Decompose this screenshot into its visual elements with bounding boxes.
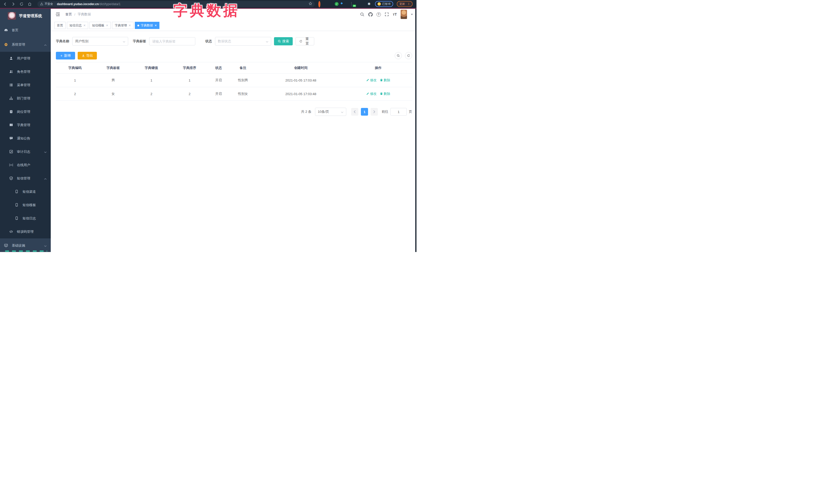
browser-forward-icon[interactable] xyxy=(11,2,15,6)
table-row[interactable]: 2女22开启性别女2021-01-05 17:03:48修改删除 xyxy=(56,87,412,101)
tab-字典管理[interactable]: 字典管理✕ xyxy=(112,22,133,29)
sidebar-item-角色管理[interactable]: 角色管理 xyxy=(0,65,51,78)
sidebar-item-审计日志[interactable]: 审计日志 xyxy=(0,145,51,159)
sidebar-item-短信渠道[interactable]: 短信渠道 xyxy=(0,185,51,198)
next-page-button[interactable] xyxy=(371,108,378,116)
tab-label: 首页 xyxy=(57,23,63,28)
sidebar-menu: 首页系统管理用户管理角色管理菜单管理部门管理岗位管理字典管理通知公告审计日志在线… xyxy=(0,23,51,252)
search-button[interactable]: 搜索 xyxy=(274,37,293,45)
breadcrumb: 首页 / 字典数据 xyxy=(65,12,91,17)
table-body: 1男11开启性别男2021-01-05 17:03:48修改删除2女22开启性别… xyxy=(56,74,412,101)
close-tab-icon[interactable]: ✕ xyxy=(83,24,86,27)
sidebar-item-菜单管理[interactable]: 菜单管理 xyxy=(0,78,51,92)
sidebar-item-错误码管理[interactable]: 错误码管理 xyxy=(0,225,51,238)
dict-name-label: 字典名称 xyxy=(56,39,69,44)
chevron-up-icon xyxy=(44,177,47,181)
search-icon[interactable] xyxy=(360,12,364,17)
sidebar-item-label: 在线用户 xyxy=(17,163,51,167)
extension-check-icon[interactable]: ✓ xyxy=(335,2,339,6)
browser-reload-icon[interactable] xyxy=(20,2,24,6)
current-page[interactable]: 1 xyxy=(361,108,368,116)
font-size-icon[interactable]: ᴛT xyxy=(393,12,397,17)
edit-link[interactable]: 修改 xyxy=(366,78,377,82)
close-tab-icon[interactable]: ✕ xyxy=(128,24,131,27)
sidebar-item-短信日志[interactable]: 短信日志 xyxy=(0,212,51,225)
refresh-table-button[interactable] xyxy=(405,52,412,59)
sidebar-item-系统管理[interactable]: 系统管理 xyxy=(0,38,51,52)
sidebar-item-在线用户[interactable]: 在线用户 xyxy=(0,159,51,172)
table-toolbar: + 新增 导出 xyxy=(56,52,412,59)
online-icon xyxy=(9,163,13,167)
close-tab-icon[interactable]: ✕ xyxy=(154,24,157,27)
badge-icon xyxy=(9,110,13,114)
sidebar-item-岗位管理[interactable]: 岗位管理 xyxy=(0,105,51,118)
browser-home-icon[interactable] xyxy=(28,2,32,6)
extension-orange-icon[interactable] xyxy=(318,2,322,6)
edit-link[interactable]: 修改 xyxy=(366,92,377,96)
sidebar-item-短信模板[interactable]: 短信模板 xyxy=(0,198,51,212)
status-select[interactable]: 数据状态 xyxy=(215,37,271,46)
tab-短信日志[interactable]: 短信日志✕ xyxy=(67,22,88,29)
help-icon[interactable]: ? xyxy=(377,12,381,17)
delete-link[interactable]: 删除 xyxy=(380,78,390,82)
export-button[interactable]: 导出 xyxy=(78,52,97,59)
app-logo xyxy=(8,12,16,20)
bookmark-star-icon[interactable] xyxy=(309,2,312,6)
code-icon xyxy=(9,230,13,234)
goto-page-input[interactable] xyxy=(390,108,407,116)
sidebar-item-通知公告[interactable]: 通知公告 xyxy=(0,132,51,145)
github-icon[interactable] xyxy=(368,12,373,17)
collapse-menu-icon[interactable] xyxy=(55,12,60,17)
sidebar-item-用户管理[interactable]: 用户管理 xyxy=(0,52,51,65)
browser-menu-icon[interactable]: ⋮ xyxy=(407,2,410,6)
browser-update-button[interactable]: 更新 ⋮ xyxy=(397,1,413,7)
extension-on-icon[interactable]: on xyxy=(351,2,355,6)
cell-created: 2021-01-05 17:03:48 xyxy=(257,87,344,101)
toggle-search-button[interactable] xyxy=(395,52,402,59)
dict-tag-input[interactable] xyxy=(149,37,195,45)
extension-bars-icon[interactable] xyxy=(343,2,347,6)
tab-字典数据[interactable]: 字典数据✕ xyxy=(135,22,160,29)
browser-scrollbar[interactable] xyxy=(415,9,416,252)
chevron-left-icon xyxy=(354,110,356,113)
sidebar-item-部门管理[interactable]: 部门管理 xyxy=(0,92,51,105)
cell-remark: 性别男 xyxy=(229,74,257,87)
cell-code: 2 xyxy=(56,87,94,101)
logo-row[interactable]: 芋道管理系统 xyxy=(0,9,51,23)
sidebar-item-label: 岗位管理 xyxy=(17,110,51,114)
phone-icon xyxy=(15,203,19,207)
avatar-caret-icon[interactable] xyxy=(411,14,413,15)
extension-drop-icon[interactable] xyxy=(327,2,330,6)
dict-name-select[interactable]: 用户性别 xyxy=(72,37,128,46)
refresh-icon xyxy=(407,54,410,57)
browser-back-icon[interactable] xyxy=(3,2,7,6)
sidebar-item-基础设施[interactable]: 基础设施 xyxy=(0,238,51,252)
reset-button[interactable]: 重置 xyxy=(295,37,314,45)
page-size-select[interactable]: 10条/页 xyxy=(315,108,346,116)
security-warning[interactable]: 不安全 xyxy=(40,2,53,6)
monitor-icon xyxy=(4,243,8,248)
add-button[interactable]: + 新增 xyxy=(56,52,75,59)
sidebar-item-首页[interactable]: 首页 xyxy=(0,23,51,38)
phone-icon xyxy=(15,216,19,220)
delete-link[interactable]: 删除 xyxy=(380,92,390,96)
user-avatar[interactable] xyxy=(401,10,407,19)
breadcrumb-home[interactable]: 首页 xyxy=(65,12,72,17)
sidebar-item-label: 部门管理 xyxy=(17,96,51,101)
profile-chip[interactable]: 已暂停 xyxy=(375,1,393,7)
sidebar-item-短信管理[interactable]: 短信管理 xyxy=(0,172,51,185)
tab-短信模板[interactable]: 短信模板✕ xyxy=(90,22,111,29)
prev-page-button[interactable] xyxy=(351,108,358,116)
chevron-down-icon xyxy=(44,150,47,154)
page-unit-label: 页 xyxy=(409,110,412,114)
table-row[interactable]: 1男11开启性别男2021-01-05 17:03:48修改删除 xyxy=(56,74,412,87)
close-tab-icon[interactable]: ✕ xyxy=(106,24,108,27)
fullscreen-icon[interactable] xyxy=(385,12,389,17)
address-divider xyxy=(55,2,55,6)
warning-triangle-icon xyxy=(40,2,43,6)
sidebar-item-字典管理[interactable]: 字典管理 xyxy=(0,118,51,132)
url-text[interactable]: dashboard.yudao.iocoder.cn/dict/type/dat… xyxy=(57,2,120,6)
extensions-puzzle-icon[interactable]: ✱ xyxy=(367,2,372,6)
extension-leaf-icon[interactable] xyxy=(359,2,363,6)
tab-首页[interactable]: 首页 xyxy=(54,22,66,29)
